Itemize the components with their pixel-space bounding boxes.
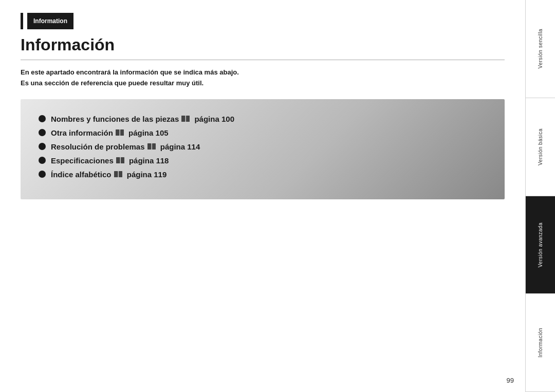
sidebar-section-informacion[interactable]: Información [526,294,555,392]
tab-indicator: Information [21,13,505,29]
item-text-3: Especificaciones [51,156,114,165]
sidebar-label-avanzada: Versión avanzada [538,222,543,268]
sidebar-label-basica: Versión básica [538,128,543,165]
bullet-icon [39,129,46,136]
svg-rect-1 [186,116,190,122]
bullet-icon [39,115,46,122]
sidebar-label-informacion: Información [538,328,543,358]
list-item: Otra información página 105 [39,128,487,137]
svg-rect-10 [121,157,124,163]
bullet-icon [39,157,46,164]
sidebar-section-basica[interactable]: Versión básica [526,98,555,196]
list-item: Especificaciones página 118 [39,156,487,165]
item-page-number-1: 105 [156,128,169,137]
bullet-icon [39,171,46,178]
item-page-label-0: página [194,115,219,123]
svg-rect-6 [147,143,151,150]
svg-rect-12 [114,171,118,177]
main-content: Information Información En este apartado… [0,0,525,392]
item-page-label-3: página [129,156,154,165]
page-ref-icon-3 [116,157,125,164]
sidebar-section-avanzada[interactable]: Versión avanzada [526,196,555,294]
svg-rect-9 [116,157,120,163]
content-box: Nombres y funciones de las piezas página… [21,99,505,199]
list-item: Nombres y funciones de las piezas página… [39,115,487,123]
svg-rect-3 [116,129,119,136]
item-page-label-4: página [127,170,152,179]
sidebar-label-sencilla: Versión sencilla [538,29,543,68]
item-page-number-2: 114 [187,142,200,151]
info-tab: Information [27,13,73,29]
item-page-number-4: 119 [154,170,166,179]
footer-page-number: 99 [507,377,514,384]
item-text-0: Nombres y funciones de las piezas [51,115,179,123]
item-page-number-0: 100 [221,115,234,123]
list-item: Resolución de problemas página 114 [39,142,487,151]
right-sidebar: Versión sencilla Versión básica Versión … [525,0,555,392]
item-page-label-2: página [160,142,185,151]
page-ref-icon-1 [115,129,124,136]
page-ref-icon-0 [181,115,190,122]
tab-bar [21,13,23,29]
intro-text: En este apartado encontrará la informaci… [21,67,505,89]
intro-line1: En este apartado encontrará la informaci… [21,67,505,78]
svg-rect-13 [119,171,122,177]
list-item: Índice alfabético página 119 [39,170,487,179]
page-title: Información [21,35,505,60]
item-page-label-1: página [128,128,153,137]
svg-rect-0 [181,116,185,122]
item-text-4: Índice alfabético [51,170,112,179]
sidebar-section-sencilla[interactable]: Versión sencilla [526,0,555,98]
page-ref-icon-2 [147,143,156,150]
item-text-1: Otra información [51,128,113,137]
svg-rect-7 [152,143,156,150]
intro-line2: Es una sección de referencia que puede r… [21,78,505,89]
item-page-number-3: 118 [156,156,169,165]
page-ref-icon-4 [114,171,123,178]
svg-rect-4 [120,129,124,136]
bullet-icon [39,143,46,150]
item-text-2: Resolución de problemas [51,142,145,151]
